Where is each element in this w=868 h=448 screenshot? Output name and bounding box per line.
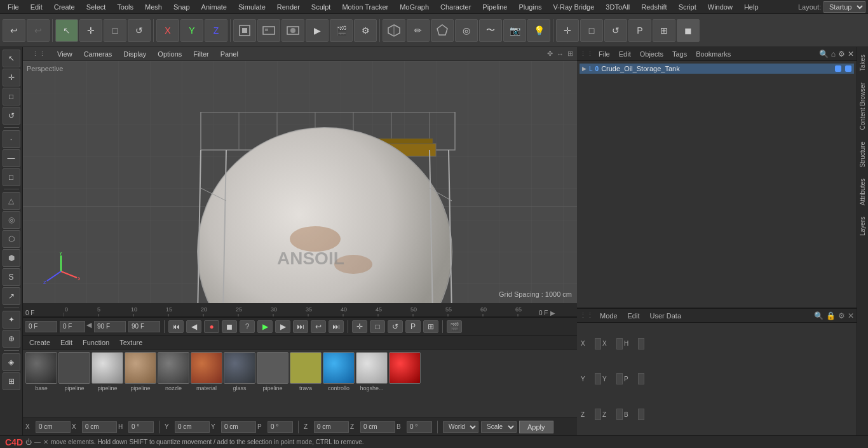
snap-btn[interactable]: ◼ xyxy=(677,19,700,42)
menu-help[interactable]: Help xyxy=(739,2,764,12)
menu-window[interactable]: Window xyxy=(703,2,738,12)
coord-p-input[interactable] xyxy=(268,421,293,433)
menu-pipeline[interactable]: Pipeline xyxy=(477,2,512,12)
attr-user-data-menu[interactable]: User Data xyxy=(646,311,686,321)
left-tool-points[interactable]: · xyxy=(3,130,20,148)
mat-item-1[interactable]: pipeline xyxy=(58,352,90,415)
attr-y-pos-input[interactable] xyxy=(595,373,601,384)
vp-display-menu[interactable]: Display xyxy=(118,50,151,58)
menu-tools[interactable]: Tools xyxy=(112,2,139,12)
coord-y-input[interactable] xyxy=(175,421,210,433)
left-tool-7[interactable]: ✦ xyxy=(3,311,20,329)
vp-panel-menu[interactable]: Panel xyxy=(215,50,243,58)
render-btn[interactable]: ▶ xyxy=(306,19,329,42)
mat-function-menu[interactable]: Function xyxy=(79,337,113,348)
play-btn[interactable]: ▶ xyxy=(257,320,273,333)
goto-start-btn[interactable]: ⏮ xyxy=(168,320,184,333)
left-tool-9[interactable]: ◈ xyxy=(3,353,20,371)
left-tool-3[interactable]: ⬡ xyxy=(3,230,20,248)
scale-btn[interactable]: □ xyxy=(104,19,126,42)
attr-x-pos-input[interactable] xyxy=(595,338,601,350)
obj-objects-menu[interactable]: Objects xyxy=(636,49,667,59)
left-tool-6[interactable]: ↗ xyxy=(3,287,20,305)
key-mode-btn[interactable]: P xyxy=(405,320,421,333)
left-tool-2[interactable]: ◎ xyxy=(3,211,20,229)
left-tool-move[interactable]: ✛ xyxy=(3,69,20,86)
mat-item-4[interactable]: nozzle xyxy=(158,352,189,415)
render-settings-btn[interactable]: ⚙ xyxy=(354,19,377,42)
left-tool-5[interactable]: S xyxy=(3,268,20,286)
yaxis-btn[interactable]: Y xyxy=(180,19,203,42)
obj-close-icon[interactable]: ✕ xyxy=(848,50,854,58)
mat-create-menu[interactable]: Create xyxy=(25,337,54,348)
scale-tool2-btn[interactable]: □ xyxy=(580,19,603,42)
left-tool-edges[interactable]: — xyxy=(3,149,20,167)
attr-lock-icon[interactable]: 🔒 xyxy=(826,311,836,320)
mat-texture-menu[interactable]: Texture xyxy=(116,337,146,348)
start-frame-input[interactable] xyxy=(25,321,57,332)
menu-script[interactable]: Script xyxy=(674,2,702,12)
left-tool-scale[interactable]: □ xyxy=(3,88,20,105)
vtab-takes[interactable]: Takes xyxy=(858,50,867,76)
left-tool-4[interactable]: ⬢ xyxy=(3,249,20,267)
rotate-keys-btn[interactable]: ↺ xyxy=(388,320,403,333)
world-dropdown[interactable]: World xyxy=(443,421,478,433)
mat-item-10[interactable]: hogshe... xyxy=(356,352,388,415)
obj-home-icon[interactable]: ⌂ xyxy=(831,50,836,58)
obj-file-menu[interactable]: File xyxy=(595,49,614,59)
menu-create[interactable]: Create xyxy=(49,2,80,12)
redo-btn[interactable]: ↩ xyxy=(27,19,50,42)
end-frame-input[interactable] xyxy=(94,321,126,332)
polygon-btn[interactable] xyxy=(431,19,454,42)
attr-p-input[interactable] xyxy=(638,373,644,384)
attr-edit-menu[interactable]: Edit xyxy=(624,311,644,321)
obj-item-tank[interactable]: ▶ L 0 Crude_Oil_Storage_Tank xyxy=(580,64,854,74)
attr-settings-icon[interactable]: ⚙ xyxy=(838,311,845,320)
status-power-btn[interactable]: ⏻ xyxy=(25,438,32,445)
step-back-btn[interactable]: ◀ xyxy=(186,320,201,333)
step-fwd-btn[interactable]: ▶ xyxy=(275,320,290,333)
obj-bookmarks-menu[interactable]: Bookmarks xyxy=(692,49,735,59)
vp-filter-menu[interactable]: Filter xyxy=(188,50,214,58)
attr-search-icon[interactable]: 🔍 xyxy=(814,311,824,320)
mat-item-0[interactable]: base xyxy=(25,352,57,415)
obj-expand-icon[interactable]: ▶ xyxy=(582,65,587,72)
attr-y-input2[interactable] xyxy=(616,373,623,384)
scale-dropdown[interactable]: Scale xyxy=(481,421,517,433)
goto-end-btn[interactable]: ⏭ xyxy=(293,320,308,333)
menu-animate[interactable]: Animate xyxy=(196,2,232,12)
obj-search-icon[interactable]: 🔍 xyxy=(819,50,829,58)
vtab-structure[interactable]: Structure xyxy=(858,137,867,173)
menu-motion-tracker[interactable]: Motion Tracker xyxy=(337,2,393,12)
attr-z-input2[interactable] xyxy=(616,409,623,420)
status-close-btn[interactable]: ✕ xyxy=(43,438,48,445)
coord-x-input[interactable] xyxy=(36,421,71,433)
record-btn[interactable]: ● xyxy=(204,320,219,333)
vp-header-dots[interactable]: ⋮⋮ xyxy=(27,49,51,58)
attr-x-input2[interactable] xyxy=(616,338,623,350)
vp-cameras-menu[interactable]: Cameras xyxy=(79,50,118,58)
move-tool2-btn[interactable]: ✛ xyxy=(556,19,579,42)
viewport[interactable]: Perspective xyxy=(23,61,577,303)
pen-btn[interactable]: ✏ xyxy=(407,19,430,42)
obj-settings-icon[interactable]: ⚙ xyxy=(838,50,845,58)
zaxis-btn[interactable]: Z xyxy=(205,19,227,42)
scale-keys-btn[interactable]: □ xyxy=(370,320,385,333)
mat-item-7[interactable]: pipeline xyxy=(257,352,288,415)
cube-btn[interactable] xyxy=(383,19,405,42)
left-tool-1[interactable]: △ xyxy=(3,192,20,210)
loop-end-btn[interactable]: ⏭ xyxy=(329,320,344,333)
render-pic-viewer-btn[interactable]: 🎬 xyxy=(330,19,353,42)
current-frame-input[interactable] xyxy=(60,321,85,332)
mat-item-2[interactable]: pipeline xyxy=(92,352,123,415)
rotate-btn[interactable]: ↺ xyxy=(128,19,151,42)
mat-item-3[interactable]: pipeline xyxy=(125,352,156,415)
vtab-layers[interactable]: Layers xyxy=(858,212,867,241)
mat-item-5[interactable]: material xyxy=(191,352,222,415)
vp-corner-icon-1[interactable]: ✤ xyxy=(547,50,553,58)
light-btn[interactable]: 💡 xyxy=(527,19,550,42)
vp-options-menu[interactable]: Options xyxy=(153,50,187,58)
attr-b-input[interactable] xyxy=(638,409,644,420)
attr-z-pos-input[interactable] xyxy=(595,409,601,420)
render-region-btn[interactable] xyxy=(257,19,280,42)
